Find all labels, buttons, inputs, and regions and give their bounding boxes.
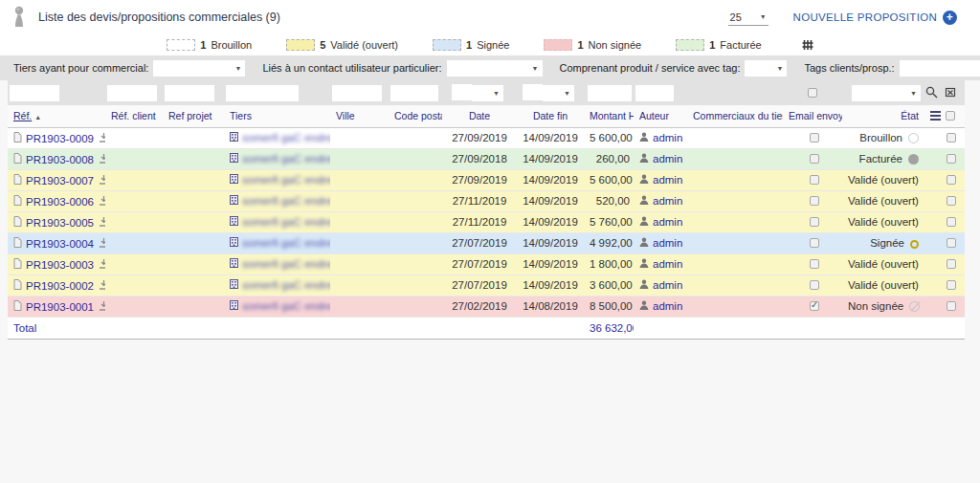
- filter-select-product-tag[interactable]: ▼: [745, 60, 787, 77]
- table-row: PR1903-0003 somerfi gaC endresCsD 27/07/…: [8, 253, 965, 274]
- filter-select-contact[interactable]: ▼: [447, 60, 543, 77]
- row-select-checkbox[interactable]: [947, 259, 956, 269]
- proposal-ref-link[interactable]: PR1903-0002: [26, 280, 94, 292]
- filter-select-customer-tags[interactable]: ▼: [900, 60, 980, 77]
- filter-ref-client-input[interactable]: [107, 85, 157, 101]
- auteur-link[interactable]: admin: [653, 237, 682, 249]
- montant-cell: 260,00: [584, 148, 634, 169]
- tiers-link[interactable]: somerfi gaC endresCsD: [242, 216, 330, 228]
- download-icon[interactable]: [99, 217, 105, 229]
- proposal-ref-link[interactable]: PR1903-0004: [26, 238, 94, 250]
- status-dot-icon: [909, 301, 920, 312]
- clear-filters-icon[interactable]: [945, 86, 957, 99]
- email-sent-checkbox: [810, 133, 819, 143]
- filter-tiers-input[interactable]: [226, 85, 299, 101]
- tiers-link[interactable]: somerfi gaC endresCsD: [242, 279, 330, 291]
- filter-date-fin-month-select[interactable]: ▼: [543, 85, 574, 101]
- row-select-checkbox[interactable]: [947, 175, 956, 185]
- download-icon[interactable]: [99, 133, 105, 144]
- company-icon: [230, 153, 238, 165]
- table-row: PR1903-0002 somerfi gaC endresCsD 27/07/…: [8, 274, 965, 296]
- filter-etat-select[interactable]: ▼: [852, 85, 921, 101]
- header-commerciaux[interactable]: Commerciaux du tiers: [687, 105, 783, 127]
- auteur-link[interactable]: admin: [653, 132, 682, 143]
- row-select-checkbox[interactable]: [947, 154, 956, 164]
- filter-ville-input[interactable]: [332, 85, 382, 101]
- header-ref[interactable]: Réf.: [13, 110, 32, 121]
- row-select-checkbox[interactable]: [947, 196, 956, 206]
- filter-select-commercial[interactable]: ▼: [153, 60, 245, 77]
- legend-swatch-signed: [433, 39, 461, 51]
- page-size-select[interactable]: 25 ▼: [728, 9, 768, 26]
- header-etat[interactable]: État: [842, 105, 923, 127]
- header-montant-ht[interactable]: Montant HT: [584, 105, 634, 127]
- header-date[interactable]: Date: [442, 105, 513, 127]
- header-ref-client[interactable]: Réf. client: [105, 105, 163, 127]
- proposal-ref-link[interactable]: PR1903-0001: [26, 301, 94, 313]
- tiers-link[interactable]: somerfi gaC endresCsD: [242, 237, 330, 249]
- header-tiers[interactable]: Tiers: [224, 105, 330, 127]
- proposal-ref-link[interactable]: PR1903-0008: [26, 154, 94, 165]
- filter-date-fin-year-input[interactable]: [523, 84, 543, 100]
- row-select-checkbox[interactable]: [947, 217, 956, 227]
- column-filter-row: ▼ ▼ ▼: [8, 80, 965, 105]
- hash-grid-icon[interactable]: [802, 39, 813, 51]
- tiers-link[interactable]: somerfi gaC endresCsD: [242, 300, 330, 312]
- auteur-link[interactable]: admin: [653, 216, 682, 228]
- filter-ref-input[interactable]: [10, 85, 59, 101]
- download-icon[interactable]: [99, 196, 105, 208]
- legend-count: 1: [466, 39, 472, 51]
- date-fin-cell: 14/09/2019: [513, 169, 584, 190]
- download-icon[interactable]: [99, 175, 105, 187]
- ref-cell: PR1903-0001: [8, 296, 105, 317]
- tiers-link[interactable]: somerfi gaC endresCsD: [242, 258, 330, 270]
- filter-ref-projet-input[interactable]: [165, 85, 214, 101]
- row-select-checkbox[interactable]: [947, 301, 956, 311]
- auteur-link[interactable]: admin: [653, 258, 682, 270]
- download-icon[interactable]: [99, 238, 105, 250]
- tiers-link[interactable]: somerfi gaC endresCsD: [242, 153, 330, 165]
- header-code-postal[interactable]: Code postal: [389, 105, 442, 127]
- tiers-link[interactable]: somerfi gaC endresCsD: [242, 195, 330, 207]
- download-icon[interactable]: [99, 280, 105, 292]
- download-icon[interactable]: [99, 259, 105, 271]
- montant-cell: 1 800,00: [584, 253, 634, 274]
- proposal-ref-link[interactable]: PR1903-0003: [26, 259, 94, 271]
- filter-date-month-select[interactable]: ▼: [472, 85, 503, 101]
- search-icon[interactable]: [925, 86, 938, 99]
- tiers-link[interactable]: somerfi gaC endresCsD: [242, 174, 330, 186]
- auteur-link[interactable]: admin: [653, 195, 682, 207]
- new-proposal-button[interactable]: NOUVELLE PROPOSITION +: [793, 11, 957, 25]
- column-selector-icon[interactable]: [930, 111, 941, 121]
- download-icon[interactable]: [99, 301, 105, 313]
- header-ref-projet[interactable]: Ref projet: [163, 105, 224, 127]
- auteur-link[interactable]: admin: [653, 153, 682, 165]
- select-all-checkbox[interactable]: [946, 111, 955, 121]
- tiers-link[interactable]: somerfi gaC endresCsD: [242, 132, 330, 143]
- auteur-link[interactable]: admin: [653, 300, 682, 312]
- row-select-checkbox[interactable]: [947, 280, 956, 290]
- proposal-ref-link[interactable]: PR1903-0005: [26, 217, 94, 229]
- filter-montant-input[interactable]: [588, 85, 632, 101]
- filter-date-year-input[interactable]: [452, 84, 472, 100]
- legend-item-draft: 1 Brouillon: [167, 39, 252, 51]
- row-select-checkbox[interactable]: [947, 238, 956, 248]
- download-icon[interactable]: [99, 154, 105, 165]
- header-auteur[interactable]: Auteur: [634, 105, 687, 127]
- legend-label: Non signée: [589, 39, 642, 51]
- row-select-checkbox[interactable]: [947, 133, 956, 143]
- proposal-ref-link[interactable]: PR1903-0007: [26, 175, 94, 187]
- filter-auteur-input[interactable]: [635, 85, 674, 101]
- header-email[interactable]: Email envoyé?: [783, 105, 842, 127]
- company-icon: [230, 279, 238, 291]
- proposal-ref-link[interactable]: PR1903-0009: [26, 133, 94, 144]
- filter-code-postal-input[interactable]: [390, 85, 438, 101]
- filter-email-checkbox[interactable]: [808, 88, 817, 98]
- header-ville[interactable]: Ville: [330, 105, 389, 127]
- auteur-link[interactable]: admin: [653, 279, 682, 291]
- header-date-fin[interactable]: Date fin: [513, 105, 584, 127]
- proposal-ref-link[interactable]: PR1903-0006: [26, 196, 94, 208]
- email-sent-checkbox: [810, 196, 819, 206]
- auteur-link[interactable]: admin: [653, 174, 682, 186]
- table-row: PR1903-0005 somerfi gaC endresCsD 27/11/…: [8, 211, 965, 232]
